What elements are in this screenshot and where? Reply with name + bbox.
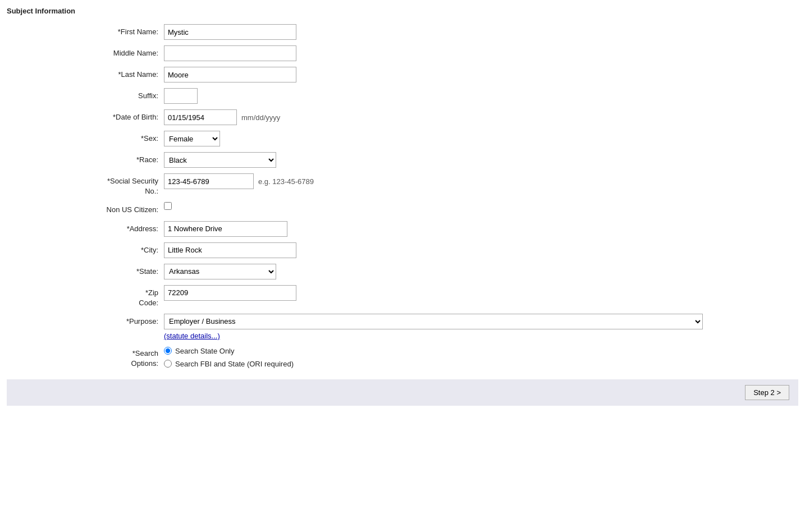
first-name-input-area <box>164 24 798 40</box>
sex-input-area: Female Male <box>164 131 798 146</box>
sex-row: *Sex: Female Male <box>7 131 798 146</box>
ssn-row: *Social SecurityNo.: e.g. 123-45-6789 <box>7 173 798 196</box>
purpose-label: *Purpose: <box>7 314 164 327</box>
ssn-input-area: e.g. 123-45-6789 <box>164 173 798 189</box>
statute-link[interactable]: (statute details...) <box>164 332 703 340</box>
sex-select[interactable]: Female Male <box>164 131 220 146</box>
address-input[interactable] <box>164 221 287 237</box>
step2-button[interactable]: Step 2 > <box>745 385 789 400</box>
page-title: Subject Information <box>7 7 798 15</box>
purpose-row: *Purpose: Employer / Business Personal U… <box>7 314 798 340</box>
ssn-label: *Social SecurityNo.: <box>7 173 164 196</box>
city-input[interactable] <box>164 242 296 258</box>
dob-input[interactable] <box>164 109 237 125</box>
non-us-row: Non US Citizen: <box>7 202 798 215</box>
non-us-checkbox[interactable] <box>164 202 172 210</box>
dob-hint: mm/dd/yyyy <box>241 113 280 122</box>
zip-input-area <box>164 285 798 301</box>
race-label: *Race: <box>7 152 164 165</box>
dob-row: *Date of Birth: mm/dd/yyyy <box>7 109 798 125</box>
search-options-area: Search State Only Search FBI and State (… <box>164 346 294 370</box>
state-input-area: Arkansas Alabama Alaska Arizona Californ… <box>164 264 798 279</box>
last-name-input-area <box>164 67 798 82</box>
zip-row: *ZipCode: <box>7 285 798 308</box>
search-option-state-row: Search State Only <box>164 347 294 355</box>
last-name-row: *Last Name: <box>7 67 798 82</box>
address-input-area <box>164 221 798 237</box>
suffix-row: Suffix: <box>7 88 798 104</box>
search-fbi-state-radio[interactable] <box>164 360 172 368</box>
middle-name-input[interactable] <box>164 45 296 61</box>
search-fbi-state-label: Search FBI and State (ORI required) <box>175 360 294 368</box>
first-name-label: *First Name: <box>7 24 164 37</box>
non-us-input-area <box>164 202 798 210</box>
search-option-fbi-row: Search FBI and State (ORI required) <box>164 360 294 368</box>
address-row: *Address: <box>7 221 798 237</box>
sex-label: *Sex: <box>7 131 164 144</box>
city-input-area <box>164 242 798 258</box>
address-label: *Address: <box>7 221 164 234</box>
ssn-hint: e.g. 123-45-6789 <box>258 177 314 186</box>
last-name-input[interactable] <box>164 67 296 82</box>
city-row: *City: <box>7 242 798 258</box>
first-name-input[interactable] <box>164 24 296 40</box>
suffix-label: Suffix: <box>7 88 164 101</box>
state-label: *State: <box>7 264 164 277</box>
middle-name-input-area <box>164 45 798 61</box>
search-options-row: *SearchOptions: Search State Only Search… <box>7 346 798 370</box>
dob-input-area: mm/dd/yyyy <box>164 109 798 125</box>
non-us-label: Non US Citizen: <box>7 202 164 215</box>
purpose-select[interactable]: Employer / Business Personal Use Volunte… <box>164 314 703 329</box>
middle-name-row: Middle Name: <box>7 45 798 61</box>
zip-input[interactable] <box>164 285 296 301</box>
state-row: *State: Arkansas Alabama Alaska Arizona … <box>7 264 798 279</box>
suffix-input-area <box>164 88 798 104</box>
search-options-label: *SearchOptions: <box>7 346 164 369</box>
first-name-row: *First Name: <box>7 24 798 40</box>
footer-bar: Step 2 > <box>7 379 798 406</box>
search-state-only-label: Search State Only <box>175 347 235 355</box>
ssn-input[interactable] <box>164 173 254 189</box>
search-state-only-radio[interactable] <box>164 347 172 355</box>
race-input-area: Black White Hispanic Asian Other <box>164 152 798 168</box>
purpose-area: Employer / Business Personal Use Volunte… <box>164 314 703 340</box>
state-select[interactable]: Arkansas Alabama Alaska Arizona Californ… <box>164 264 276 279</box>
race-row: *Race: Black White Hispanic Asian Other <box>7 152 798 168</box>
middle-name-label: Middle Name: <box>7 45 164 58</box>
race-select[interactable]: Black White Hispanic Asian Other <box>164 152 276 168</box>
suffix-input[interactable] <box>164 88 198 104</box>
zip-label: *ZipCode: <box>7 285 164 308</box>
dob-label: *Date of Birth: <box>7 109 164 122</box>
last-name-label: *Last Name: <box>7 67 164 80</box>
city-label: *City: <box>7 242 164 255</box>
subject-information-form: *First Name: Middle Name: *Last Name: Su… <box>7 24 798 370</box>
